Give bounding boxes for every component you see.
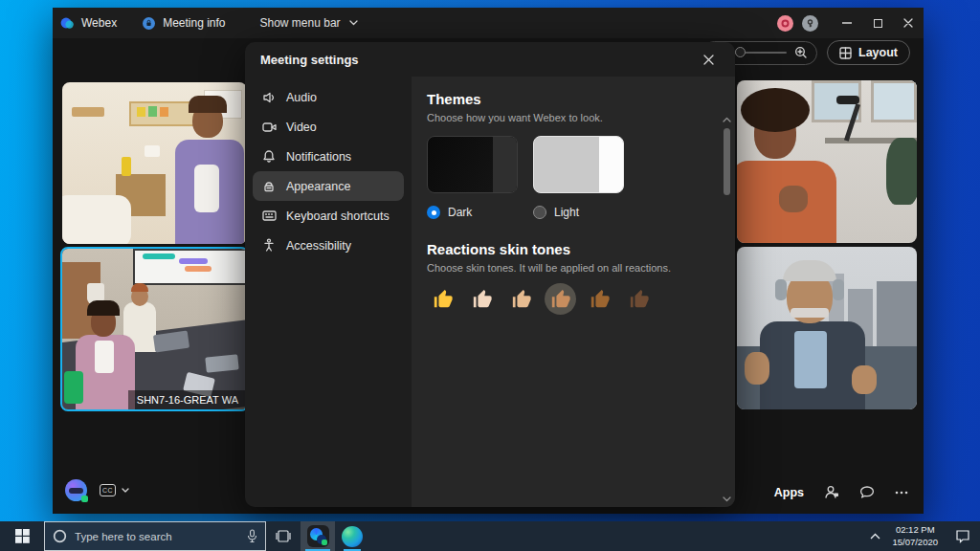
video-tile-participant-2[interactable] [737,80,917,243]
zoom-in-icon[interactable] [794,46,808,59]
board-teal-bar [143,253,175,259]
dialog-header: Meeting settings [245,42,735,77]
scroll-up-icon[interactable] [722,114,732,124]
desktop-wallpaper: Webex Meeting info Show menu bar [0,0,980,551]
headphone-earcup [833,279,844,300]
close-window-button[interactable] [893,8,924,38]
show-menu-bar-button[interactable]: Show menu bar [260,16,358,30]
beard [791,308,829,318]
person-hair [131,283,148,292]
dark-theme-option[interactable]: Dark [427,206,533,219]
participants-icon[interactable] [824,485,839,499]
more-options-icon[interactable] [895,491,908,495]
curly-hair [741,88,810,132]
meeting-info-button[interactable]: Meeting info [142,16,225,31]
maximize-icon [874,19,882,28]
closed-captions-icon: CC [100,484,116,496]
dark-theme-strip [493,137,517,192]
raised-hand [852,365,877,394]
dark-theme-preview[interactable] [427,136,518,193]
nav-item-accessibility[interactable]: Accessibility [253,231,404,260]
white-top [95,341,114,373]
meeting-assistant-controls: CC [65,479,129,501]
webex-assistant-icon[interactable] [65,479,87,501]
taskbar-webex-app[interactable] [301,521,335,551]
dialog-close-button[interactable] [697,48,720,71]
layout-button[interactable]: Layout [827,40,910,65]
nav-item-notifications[interactable]: Notifications [253,142,404,171]
chevron-down-icon [122,488,129,493]
layout-grid-icon [839,47,852,59]
close-icon [703,55,714,65]
thumbs-up-icon [511,289,532,310]
light-theme-preview[interactable] [533,136,624,193]
search-input[interactable] [75,531,239,542]
sticky-note [148,106,157,117]
person-hands [779,186,808,212]
nav-item-appearance[interactable]: Appearance [253,171,404,201]
theme-preview-cards [427,136,706,193]
lamp-head [836,96,859,104]
active-speaker-name-label: SHN7-16-GREAT WA [128,390,247,409]
dialog-body: Audio Video Notifications [245,77,735,507]
radio-unselected-icon[interactable] [533,206,546,219]
video-tile-participant-1[interactable] [62,82,247,244]
show-hidden-icons-chevron[interactable] [870,533,880,540]
apps-button[interactable]: Apps [774,486,804,499]
settings-scrollbar[interactable] [721,113,733,505]
theme-radio-group: Dark Light [427,206,706,219]
light-theme-option[interactable]: Light [533,206,639,219]
action-center-icon[interactable] [955,529,970,543]
green-chair [64,371,83,404]
close-icon [903,18,913,28]
maximize-button[interactable] [862,8,893,38]
themes-section-title: Themes [427,91,706,107]
speaker-icon [261,90,277,105]
nav-item-keyboard-shortcuts[interactable]: Keyboard shortcuts [253,201,404,231]
meeting-info-label: Meeting info [163,16,225,30]
scroll-down-icon[interactable] [722,494,732,504]
skin-tone-dark[interactable] [623,283,655,315]
taskbar-search-box[interactable] [44,521,266,551]
windows-taskbar: 02:12 PM 15/07/2020 [0,521,980,551]
edge-icon [342,526,363,547]
radio-selected-icon[interactable] [427,206,440,219]
cortana-icon [53,529,67,543]
skin-tone-medium-dark[interactable] [584,283,615,315]
skin-tone-default[interactable] [427,283,458,315]
video-tile-active-speaker[interactable]: SHN7-16-GREAT WA [60,247,249,411]
headphone-earcup [775,279,787,300]
person-hair [189,96,227,113]
meeting-panel-controls: Apps [774,485,908,499]
wall-shelf [72,107,104,117]
nav-item-audio[interactable]: Audio [253,82,404,112]
light-theme-strip [599,137,623,192]
video-tile-participant-3[interactable] [737,247,917,409]
app-name: Webex [81,16,117,30]
skin-tone-medium-selected[interactable] [545,283,576,315]
nav-item-video[interactable]: Video [253,112,404,142]
meeting-settings-dialog: Meeting settings Audio Video [245,42,735,507]
sticky-note [137,107,145,117]
start-button[interactable] [0,521,44,551]
skin-tone-light[interactable] [466,283,498,315]
nav-label: Notifications [286,150,351,164]
minimize-button[interactable] [832,8,862,38]
reactions-section: Reactions skin tones Choose skin tones. … [427,241,706,315]
zoom-slider-track[interactable] [733,52,787,54]
chat-icon[interactable] [859,485,875,499]
webex-logo-icon [60,16,75,31]
light-theme-label: Light [554,206,579,219]
accessibility-icon [261,238,277,253]
skin-tone-medium-light[interactable] [505,283,537,315]
taskbar-edge-app[interactable] [335,521,369,551]
zoom-slider-knob[interactable] [735,47,746,57]
closed-captions-control[interactable]: CC [100,484,129,496]
microphone-icon[interactable] [247,529,257,543]
scrollbar-thumb[interactable] [724,128,730,195]
board-orange-bar [185,266,212,272]
windows-logo-icon [15,529,30,543]
task-view-button[interactable] [266,521,301,551]
taskbar-clock[interactable]: 02:12 PM 15/07/2020 [892,524,938,548]
yellow-vase [122,157,131,176]
